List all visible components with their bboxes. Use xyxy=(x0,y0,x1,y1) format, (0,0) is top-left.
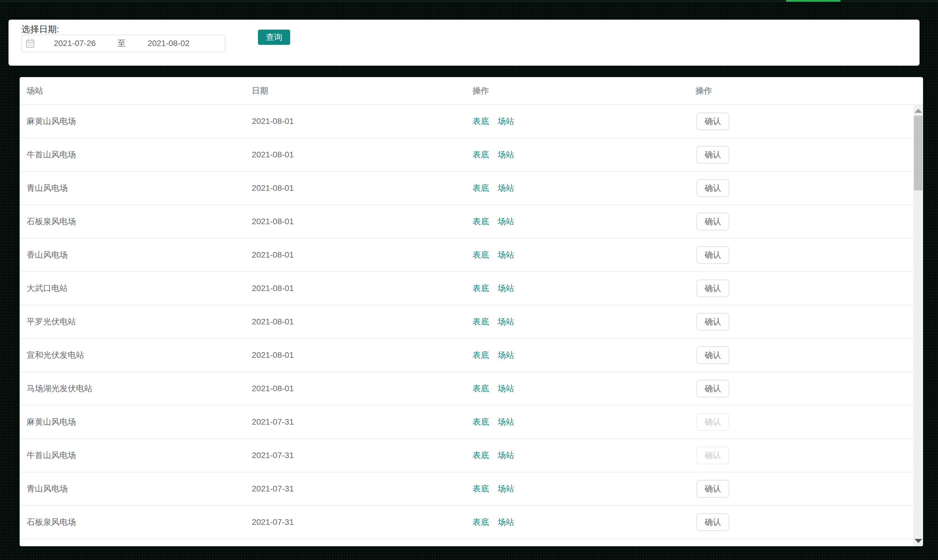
actions-links-cell: 表底 场站 xyxy=(465,450,688,461)
actions-confirm-cell: 确认 xyxy=(688,413,913,431)
actions-links-cell: 表底 场站 xyxy=(465,517,688,528)
meter-bottom-link[interactable]: 表底 xyxy=(473,150,489,159)
meter-bottom-link[interactable]: 表底 xyxy=(473,250,489,259)
station-cell: 青山风电场 xyxy=(20,483,245,494)
date-cell: 2021-08-01 xyxy=(245,250,465,260)
table-row: 青山风电场 2021-07-31 表底 场站 确认 xyxy=(20,472,913,506)
actions-confirm-cell: 确认 xyxy=(688,380,913,397)
meter-bottom-link[interactable]: 表底 xyxy=(473,351,489,360)
station-cell: 牛首山风电场 xyxy=(20,450,245,461)
station-link[interactable]: 场站 xyxy=(498,417,514,426)
scroll-up-arrow-icon[interactable] xyxy=(915,109,922,113)
meter-bottom-link[interactable]: 表底 xyxy=(473,284,489,293)
vertical-scrollbar[interactable] xyxy=(913,105,923,546)
confirm-button[interactable]: 确认 xyxy=(696,179,729,197)
meter-bottom-link[interactable]: 表底 xyxy=(473,484,489,493)
actions-links-cell: 表底 场站 xyxy=(465,383,688,394)
confirm-button[interactable]: 确认 xyxy=(696,112,729,130)
table-row: 香山风电场 2021-08-01 表底 场站 确认 xyxy=(20,238,913,272)
meter-bottom-link[interactable]: 表底 xyxy=(473,384,489,393)
scrollbar-thumb[interactable] xyxy=(914,116,923,191)
confirm-button[interactable]: 确认 xyxy=(696,246,729,264)
confirm-button: 确认 xyxy=(696,413,729,431)
actions-confirm-cell: 确认 xyxy=(688,280,913,297)
date-cell: 2021-07-31 xyxy=(245,417,465,427)
station-link[interactable]: 场站 xyxy=(498,384,514,393)
confirm-button[interactable]: 确认 xyxy=(696,213,729,230)
filter-panel: 选择日期: 2021-07-26 至 2021-08-02 查询 xyxy=(9,20,920,66)
confirm-button[interactable]: 确认 xyxy=(696,380,729,397)
date-separator: 至 xyxy=(113,38,131,49)
meter-bottom-link[interactable]: 表底 xyxy=(473,317,489,326)
meter-bottom-link[interactable]: 表底 xyxy=(473,183,489,192)
date-end-value: 2021-08-02 xyxy=(131,39,206,48)
date-filter-label: 选择日期: xyxy=(22,24,59,34)
actions-confirm-cell: 确认 xyxy=(688,446,913,464)
actions-confirm-cell: 确认 xyxy=(688,346,913,364)
table-header: 场站 日期 操作 操作 xyxy=(20,77,923,105)
station-cell: 牛首山风电场 xyxy=(20,149,245,160)
confirm-button[interactable]: 确认 xyxy=(696,480,729,498)
table-row: 宣和光伏发电站 2021-08-01 表底 场站 确认 xyxy=(20,339,913,372)
date-cell: 2021-07-31 xyxy=(245,451,465,460)
table-row: 石板泉风电场 2021-07-31 表底 场站 确认 xyxy=(20,506,913,539)
stations-table: 场站 日期 操作 操作 麻黄山风电场 2021-08-01 表底 场站 确认 牛… xyxy=(20,77,923,546)
station-link[interactable]: 场站 xyxy=(498,117,514,126)
meter-bottom-link[interactable]: 表底 xyxy=(473,217,489,226)
station-link[interactable]: 场站 xyxy=(498,517,514,526)
meter-bottom-link[interactable]: 表底 xyxy=(473,517,489,526)
date-cell: 2021-07-31 xyxy=(245,484,465,494)
meter-bottom-link[interactable]: 表底 xyxy=(473,451,489,460)
date-cell: 2021-08-01 xyxy=(245,150,465,159)
table-row: 青山风电场 2021-08-01 表底 场站 确认 xyxy=(20,172,913,205)
column-header-station: 场站 xyxy=(20,85,245,96)
actions-links-cell: 表底 场站 xyxy=(465,249,688,260)
station-link[interactable]: 场站 xyxy=(498,183,514,192)
actions-links-cell: 表底 场站 xyxy=(465,116,688,127)
confirm-button[interactable]: 确认 xyxy=(696,146,729,163)
actions-confirm-cell: 确认 xyxy=(688,112,913,130)
station-link[interactable]: 场站 xyxy=(498,150,514,159)
confirm-button[interactable]: 确认 xyxy=(696,313,729,331)
station-link[interactable]: 场站 xyxy=(498,217,514,226)
station-link[interactable]: 场站 xyxy=(498,351,514,360)
column-header-actions-confirm: 操作 xyxy=(688,85,913,96)
table-body: 麻黄山风电场 2021-08-01 表底 场站 确认 牛首山风电场 2021-0… xyxy=(20,105,913,546)
meter-bottom-link[interactable]: 表底 xyxy=(473,117,489,126)
station-link[interactable]: 场站 xyxy=(498,317,514,326)
station-cell: 大武口电站 xyxy=(20,283,245,294)
confirm-button[interactable]: 确认 xyxy=(696,514,729,531)
station-cell: 石板泉风电场 xyxy=(20,216,245,227)
station-link[interactable]: 场站 xyxy=(498,250,514,259)
table-row: 平罗光伏电站 2021-08-01 表底 场站 确认 xyxy=(20,305,913,339)
meter-bottom-link[interactable]: 表底 xyxy=(473,417,489,426)
calendar-icon xyxy=(24,39,35,48)
table-row: 石板泉风电场 2021-08-01 表底 场站 确认 xyxy=(20,205,913,238)
actions-confirm-cell: 确认 xyxy=(688,213,913,230)
station-link[interactable]: 场站 xyxy=(498,451,514,460)
table-row: 马场湖光发伏电站 2021-08-01 表底 场站 确认 xyxy=(20,372,913,406)
confirm-button: 确认 xyxy=(696,446,729,464)
actions-links-cell: 表底 场站 xyxy=(465,416,688,428)
top-accent-bar xyxy=(786,0,840,2)
date-cell: 2021-08-01 xyxy=(245,217,465,226)
column-header-date: 日期 xyxy=(245,85,465,96)
table-row: 牛首山风电场 2021-07-31 表底 场站 确认 xyxy=(20,439,913,472)
confirm-button[interactable]: 确认 xyxy=(696,280,729,297)
station-cell: 平罗光伏电站 xyxy=(20,316,245,327)
table-row: 麻黄山风电场 2021-07-31 表底 场站 确认 xyxy=(20,406,913,439)
station-link[interactable]: 场站 xyxy=(498,284,514,293)
actions-confirm-cell: 确认 xyxy=(688,514,913,531)
actions-links-cell: 表底 场站 xyxy=(465,316,688,327)
actions-confirm-cell: 确认 xyxy=(688,480,913,498)
confirm-button[interactable]: 确认 xyxy=(696,346,729,364)
station-link[interactable]: 场站 xyxy=(498,484,514,493)
table-row: 大武口电站 2021-08-01 表底 场站 确认 xyxy=(20,272,913,305)
date-range-input[interactable]: 2021-07-26 至 2021-08-02 xyxy=(22,35,225,52)
table-row: 麻黄山风电场 2021-08-01 表底 场站 确认 xyxy=(20,105,913,138)
query-button[interactable]: 查询 xyxy=(258,29,290,45)
station-cell: 石板泉风电场 xyxy=(20,517,245,528)
actions-links-cell: 表底 场站 xyxy=(465,216,688,227)
scroll-down-arrow-icon[interactable] xyxy=(915,539,922,543)
actions-confirm-cell: 确认 xyxy=(688,246,913,264)
